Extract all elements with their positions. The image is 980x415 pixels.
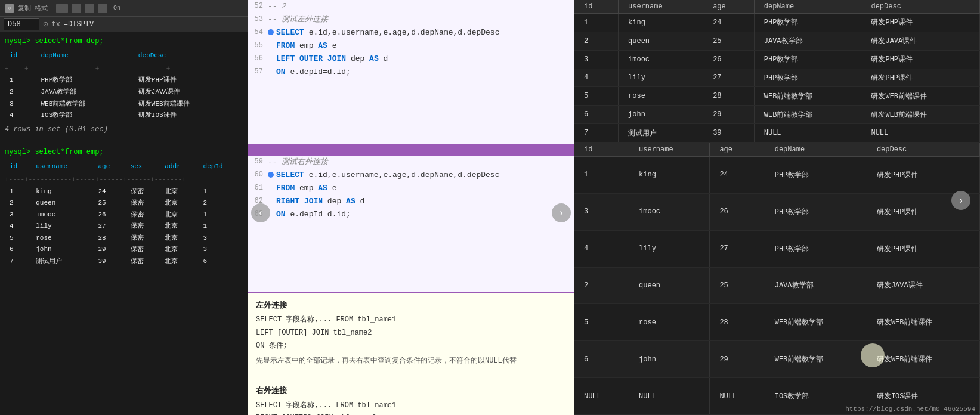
- code-line-53: 53 -- 测试左外连接: [248, 13, 574, 26]
- bottom-result-row-3: 4lily27PHP教学部研发PHP课件: [574, 230, 980, 267]
- code-line-54: 54 SELECT e.id,e.username,e.age,d.depNam…: [248, 26, 574, 39]
- code-line-61: 61 FROM emp AS e: [248, 182, 574, 195]
- toolbar-label-1: 复制: [18, 4, 31, 13]
- code-line-60: 60 SELECT e.id,e.username,e.age,d.depNam…: [248, 169, 574, 182]
- dep-col-depname: depName: [36, 49, 134, 63]
- cmd-emp: mysql> select*from emp;: [5, 147, 243, 158]
- top-result-row-7: 7测试用户39NULLNULL: [574, 124, 980, 143]
- toolbar-btn-3[interactable]: [85, 4, 94, 13]
- emp-row-3: 3imooc26保密北京1: [5, 209, 243, 221]
- toolbar: ⊙ 复制 格式 On: [0, 0, 248, 17]
- top-result-table: id username age depName depDesc 1king24P…: [574, 0, 980, 143]
- mysql-prompt-2: mysql> select*from emp;: [5, 148, 104, 156]
- top-result-row-6: 6john29WEB前端教学部研发WEB前端课件: [574, 106, 980, 124]
- toolbar-btn-4[interactable]: [98, 4, 107, 13]
- emp-row-1: 1king24保密北京1: [5, 186, 243, 198]
- emp-row-7: 7测试用户39保密北京6: [5, 256, 243, 268]
- emp-col-id: id: [5, 160, 31, 174]
- bottom-col-depdesc: depDesc: [867, 143, 979, 157]
- toolbar-label-2: 格式: [35, 4, 48, 13]
- dep-col-depdesc: depDesc: [134, 49, 243, 63]
- emp-row-6: 6john29保密北京3: [5, 244, 243, 256]
- bottom-result-section: id username age depName depDesc 1king24P…: [574, 143, 980, 415]
- code-top: 52 -- 2 53 -- 测试左外连接 54 SELECT e.id,e.us…: [248, 0, 574, 145]
- bottom-result-row-4: 2queen25JAVA教学部研发JAVA课件: [574, 267, 980, 304]
- bottom-result-table: id username age depName depDesc 1king24P…: [574, 143, 980, 415]
- cmd-dep: mysql> select*from dep;: [5, 36, 243, 47]
- toolbar-btn-1[interactable]: [56, 4, 68, 13]
- bottom-next-button[interactable]: ›: [951, 191, 970, 210]
- dep-row-3: 3WEB前端教学部研发WEB前端课件: [5, 98, 243, 110]
- left-join-desc: 先显示左表中的全部记录，再去右表中查询复合条件的记录，不符合的以NULL代替: [256, 355, 566, 368]
- top-result-row-5: 5rose28WEB前端教学部研发WEB前端课件: [574, 87, 980, 106]
- bottom-result-row-1: 1king24PHP教学部研发PHP课件: [574, 157, 980, 194]
- emp-col-addr: addr: [160, 160, 198, 174]
- bottom-result-row-2: 3imooc26PHP教学部研发PHP课件: [574, 193, 980, 230]
- dep-row-2: 2JAVA教学部研发JAVA课件: [5, 86, 243, 98]
- middle-panel: 52 -- 2 53 -- 测试左外连接 54 SELECT e.id,e.us…: [248, 0, 574, 415]
- right-join-title: 右外连接: [256, 384, 566, 398]
- emp-table: id username age sex addr depId +----+---…: [5, 160, 243, 267]
- code-line-62: 62 RIGHT JOIN dep AS d: [248, 195, 574, 208]
- top-result-row-1: 1king24PHP教学部研发PHP课件: [574, 14, 980, 32]
- code-line-55: 55 FROM emp AS e: [248, 39, 574, 52]
- dep-table: id depName depDesc +----+---------------…: [5, 49, 243, 122]
- emp-row-4: 4lily27保密北京1: [5, 221, 243, 233]
- cell-reference[interactable]: D58: [4, 18, 39, 30]
- bottom-col-username: username: [629, 143, 710, 157]
- top-result-row-4: 4lily27PHP教学部研发PHP课件: [574, 69, 980, 87]
- notes-area: 左外连接 SELECT 字段名称,... FROM tbl_name1 LEFT…: [248, 293, 574, 415]
- bottom-result-row-6: 6john29WEB前端教学部研发WEB前端课件: [574, 341, 980, 378]
- left-join-code-2: LEFT [OUTER] JOIN tbl_name2: [256, 327, 566, 340]
- left-join-title: 左外连接: [256, 299, 566, 312]
- right-join-code-2: RIGHT [OUTER] JOIN tbl_name2: [256, 412, 566, 415]
- code-line-52: 52 -- 2: [248, 0, 574, 13]
- formula-input[interactable]: [64, 20, 244, 29]
- top-col-id: id: [574, 0, 619, 14]
- emp-col-depid: depId: [199, 160, 243, 174]
- next-button[interactable]: ›: [552, 203, 571, 222]
- code-bottom: 59 -- 测试右外连接 60 SELECT e.id,e.username,e…: [248, 156, 574, 293]
- emp-row-2: 2queen25保密北京2: [5, 197, 243, 209]
- top-result-section: id username age depName depDesc 1king24P…: [574, 0, 980, 143]
- dep-result: 4 rows in set (0.01 sec): [5, 124, 243, 135]
- right-join-code-1: SELECT 字段名称,... FROM tbl_name1: [256, 399, 566, 413]
- purple-spacer-top: [248, 145, 574, 156]
- bottom-col-id: id: [574, 143, 629, 157]
- breakpoint-54: [268, 29, 274, 35]
- code-line-59: 59 -- 测试右外连接: [248, 156, 574, 169]
- left-join-code-3: ON 条件;: [256, 340, 566, 353]
- top-col-username: username: [619, 0, 703, 14]
- bottom-col-depname: depName: [765, 143, 867, 157]
- dep-col-id: id: [5, 49, 36, 63]
- top-result-row-3: 3imooc26PHP教学部研发PHP课件: [574, 50, 980, 69]
- url-bar: https://blog.csdn.net/m0_46625594: [845, 405, 975, 413]
- top-result-row-2: 2queen25JAVA教学部研发JAVA课件: [574, 32, 980, 50]
- code-line-63: 63 ON e.depId=d.id;: [248, 208, 574, 221]
- bottom-col-age: age: [710, 143, 765, 157]
- toolbar-btn-2[interactable]: [72, 4, 81, 13]
- code-line-56: 56 LEFT OUTER JOIN dep AS d: [248, 52, 574, 66]
- emp-col-age: age: [94, 160, 126, 174]
- bottom-result-row-5: 5rose28WEB前端教学部研发WEB前端课件: [574, 304, 980, 341]
- code-bottom-wrapper: ‹ › 59 -- 测试右外连接 60 SELECT e.id,e.userna…: [248, 156, 574, 293]
- emp-row-5: 5rose28保密北京3: [5, 233, 243, 244]
- left-join-code-1: SELECT 字段名称,... FROM tbl_name1: [256, 314, 566, 327]
- top-col-age: age: [703, 0, 755, 14]
- code-line-57: 57 ON e.depId=d.id;: [248, 66, 574, 79]
- mysql-prompt-1: mysql> select*from dep;: [5, 37, 104, 45]
- on-label: On: [113, 5, 120, 11]
- right-panel: id username age depName depDesc 1king24P…: [574, 0, 980, 415]
- dep-row-4: 4IOS教学部研发IOS课件: [5, 110, 243, 122]
- left-panel: ⊙ 复制 格式 On D58 ⊙ fx mysql> select*from d…: [0, 0, 248, 415]
- breakpoint-60: [268, 172, 274, 178]
- top-col-depname: depName: [754, 0, 861, 14]
- dep-row-1: 1PHP教学部研发PHP课件: [5, 75, 243, 86]
- emp-col-sex: sex: [126, 160, 160, 174]
- fx-label: fx: [51, 20, 60, 29]
- top-col-depdesc: depDesc: [861, 0, 980, 14]
- zoom-icon: ⊙: [43, 19, 48, 29]
- terminal-content: mysql> select*from dep; id depName depDe…: [0, 32, 248, 415]
- light-spot: [861, 343, 885, 367]
- prev-button[interactable]: ‹: [251, 203, 270, 222]
